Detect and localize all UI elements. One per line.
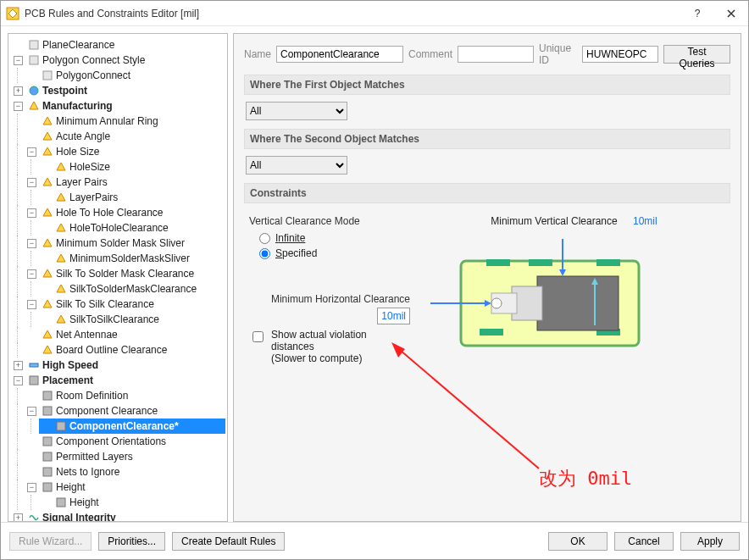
tree-item[interactable]: Silk To Silk Clearance xyxy=(56,297,154,312)
tree-item[interactable]: Net Antennae xyxy=(56,327,118,342)
rule-icon xyxy=(28,39,40,51)
tree-item[interactable]: Hole Size xyxy=(56,144,99,159)
create-default-button[interactable]: Create Default Rules xyxy=(172,532,285,551)
tree-item[interactable]: Room Definition xyxy=(56,388,128,403)
svg-rect-2 xyxy=(30,56,38,64)
rules-tree[interactable]: PlaneClearance −Polygon Connect Style Po… xyxy=(8,33,228,522)
infinite-label: Infinite xyxy=(275,232,305,244)
tree-item[interactable]: Minimum Annular Ring xyxy=(56,114,158,129)
rule-editor-panel: Name Comment Unique ID Test Queries Wher… xyxy=(233,33,741,522)
tree-item[interactable]: Polygon Connect Style xyxy=(42,53,145,68)
svg-point-24 xyxy=(491,298,502,308)
svg-rect-5 xyxy=(30,363,38,367)
test-queries-button[interactable]: Test Queries xyxy=(663,45,730,64)
rule-icon xyxy=(42,237,53,249)
vcm-label: Vertical Clearance Mode xyxy=(249,215,410,227)
rule-icon xyxy=(42,69,53,81)
min-v-label: Minimum Vertical Clearance xyxy=(491,215,617,227)
show-violation-checkbox[interactable] xyxy=(252,331,264,342)
svg-rect-9 xyxy=(57,422,65,430)
tree-item[interactable]: MinimumSolderMaskSliver xyxy=(69,251,190,266)
specified-radio[interactable] xyxy=(259,248,270,259)
svg-rect-7 xyxy=(43,391,52,400)
svg-rect-14 xyxy=(57,498,65,507)
tree-item[interactable]: Height xyxy=(56,480,86,495)
category-icon xyxy=(28,359,40,371)
min-h-value[interactable]: 10mil xyxy=(377,308,410,324)
svg-rect-11 xyxy=(43,452,52,461)
expand-icon[interactable]: + xyxy=(14,361,23,370)
min-v-value[interactable]: 10mil xyxy=(629,213,662,230)
close-button[interactable] xyxy=(714,1,748,26)
cancel-button[interactable]: Cancel xyxy=(614,532,674,551)
expand-icon[interactable]: + xyxy=(14,513,23,523)
tree-item[interactable]: High Speed xyxy=(42,358,98,373)
collapse-icon[interactable]: − xyxy=(27,269,36,279)
tree-item[interactable]: Component Orientations xyxy=(56,434,166,449)
collapse-icon[interactable]: − xyxy=(27,407,36,416)
rule-icon xyxy=(55,496,67,508)
tree-item[interactable]: PolygonConnect xyxy=(56,68,130,83)
tree-item[interactable]: SilkToSilkClearance xyxy=(69,312,159,327)
tree-item[interactable]: Component Clearance xyxy=(56,403,158,419)
app-icon xyxy=(6,7,19,20)
collapse-icon[interactable]: − xyxy=(27,300,36,309)
collapse-icon[interactable]: − xyxy=(27,147,36,157)
tree-item[interactable]: Nets to Ignore xyxy=(56,464,119,480)
rule-icon xyxy=(42,329,53,341)
tree-item[interactable]: Testpoint xyxy=(42,83,87,98)
tree-item[interactable]: Silk To Solder Mask Clearance xyxy=(56,266,194,281)
uid-input[interactable] xyxy=(582,46,658,63)
tree-item[interactable]: Hole To Hole Clearance xyxy=(56,205,164,220)
tree-item[interactable]: Layer Pairs xyxy=(56,175,108,190)
rule-icon xyxy=(42,405,53,417)
collapse-icon[interactable]: − xyxy=(27,208,36,218)
collapse-icon[interactable]: − xyxy=(27,239,36,248)
rule-icon xyxy=(42,298,53,310)
tree-item[interactable]: Signal Integrity xyxy=(42,510,116,522)
first-match-select[interactable]: All xyxy=(246,102,347,120)
second-match-select[interactable]: All xyxy=(246,156,347,175)
infinite-radio[interactable] xyxy=(259,233,270,244)
rule-icon xyxy=(42,176,53,188)
specified-label: Specified xyxy=(275,247,317,259)
tree-item[interactable]: HoleToHoleClearance xyxy=(69,220,169,236)
tree-item[interactable]: Height xyxy=(69,495,99,510)
priorities-button[interactable]: Priorities... xyxy=(98,532,165,551)
ok-button[interactable]: OK xyxy=(548,532,608,551)
tree-item[interactable]: Minimum Solder Mask Sliver xyxy=(56,236,185,251)
rule-icon xyxy=(55,161,67,173)
second-match-header: Where The Second Object Matches xyxy=(244,129,730,149)
category-icon xyxy=(28,512,40,522)
expand-icon[interactable]: + xyxy=(14,86,23,96)
tree-item[interactable]: SilkToSolderMaskClearance xyxy=(69,281,197,297)
collapse-icon[interactable]: − xyxy=(14,376,23,385)
svg-rect-18 xyxy=(596,259,620,266)
collapse-icon[interactable]: − xyxy=(14,102,23,111)
tree-item[interactable]: Board Outline Clearance xyxy=(56,342,167,358)
name-input[interactable] xyxy=(276,46,403,63)
collapse-icon[interactable]: − xyxy=(27,178,36,187)
collapse-icon[interactable]: − xyxy=(14,56,23,65)
tree-item[interactable]: Acute Angle xyxy=(56,129,110,144)
tree-item[interactable]: HoleSize xyxy=(69,159,110,175)
category-icon xyxy=(28,85,40,97)
dialog-footer: Rule Wizard... Priorities... Create Defa… xyxy=(1,522,748,559)
collapse-icon[interactable]: − xyxy=(27,483,36,492)
uid-label: Unique ID xyxy=(539,42,577,66)
rule-icon xyxy=(55,420,67,432)
tree-item[interactable]: Permitted Layers xyxy=(56,449,133,464)
help-button[interactable]: ? xyxy=(680,1,714,26)
rule-icon xyxy=(42,344,53,356)
tree-item[interactable]: ComponentClearance* xyxy=(69,419,179,434)
comment-input[interactable] xyxy=(458,46,534,63)
tree-item[interactable]: Manufacturing xyxy=(42,98,113,114)
tree-item[interactable]: Placement xyxy=(42,373,93,388)
tree-item[interactable]: PlaneClearance xyxy=(42,37,114,53)
min-h-label: Minimum Horizontal Clearance xyxy=(249,293,410,305)
tree-item[interactable]: LayerPairs xyxy=(69,190,118,205)
rule-wizard-button: Rule Wizard... xyxy=(9,532,92,551)
name-label: Name xyxy=(244,48,271,60)
apply-button[interactable]: Apply xyxy=(680,532,740,551)
rule-icon xyxy=(42,435,53,447)
